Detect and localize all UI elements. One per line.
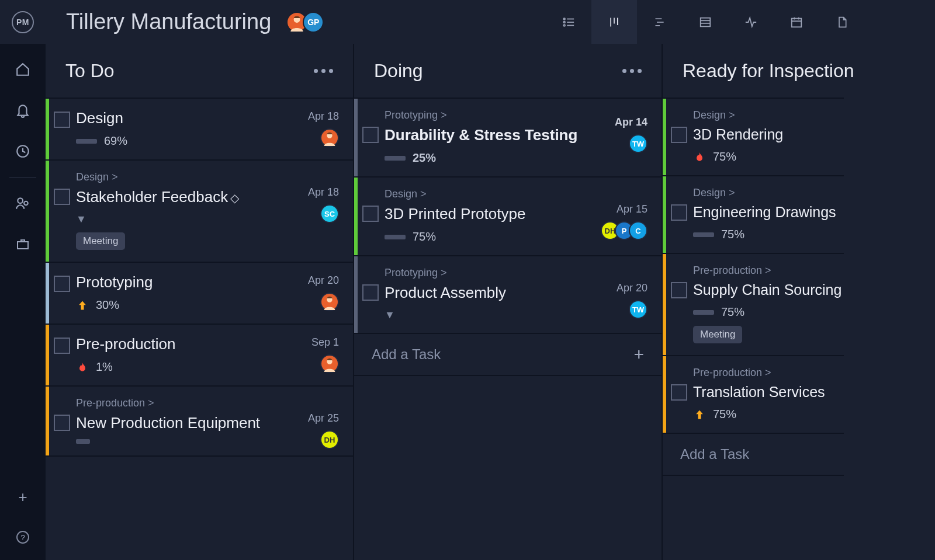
task-title: 3D Rendering: [693, 126, 827, 143]
task-checkbox[interactable]: [54, 415, 70, 431]
task-breadcrumb: Pre-production >: [693, 367, 827, 379]
view-files-icon[interactable]: [819, 0, 865, 44]
portfolio-icon[interactable]: [15, 236, 31, 252]
svg-point-5: [563, 25, 565, 26]
task-date: Apr 25: [308, 412, 339, 425]
add-task-button[interactable]: Add a Task +: [354, 334, 662, 376]
task-card[interactable]: Design > 3D Rendering 75%: [663, 99, 844, 176]
column-menu-icon[interactable]: [622, 69, 642, 73]
avatar-sc[interactable]: SC: [320, 204, 339, 223]
help-icon[interactable]: ?: [16, 531, 29, 544]
task-date: Apr 15: [617, 203, 647, 215]
column-doing: Doing Prototyping > Durability & Stress …: [354, 44, 663, 560]
avatar-dh[interactable]: DH: [320, 430, 339, 449]
task-card[interactable]: Pre-production 1% Sep 1: [46, 325, 353, 387]
svg-point-1: [563, 18, 565, 20]
progress-percent: 75%: [713, 150, 736, 164]
task-breadcrumb: Pre-production >: [693, 265, 827, 277]
task-card[interactable]: Prototyping 30% Apr 20: [46, 263, 353, 325]
task-card[interactable]: Prototyping > Product Assembly ▼ Apr 20 …: [354, 256, 662, 334]
task-tag[interactable]: Meeting: [76, 232, 125, 250]
progress-bar: [693, 232, 714, 237]
view-calendar-icon[interactable]: [774, 0, 819, 44]
task-checkbox[interactable]: [671, 127, 687, 143]
progress-bar: [385, 156, 406, 161]
avatar-tw[interactable]: TW: [629, 134, 647, 153]
progress-percent: 75%: [713, 408, 736, 421]
task-title: Stakeholder Feedback◇: [76, 188, 337, 206]
task-checkbox[interactable]: [671, 384, 687, 401]
progress-percent: 30%: [96, 298, 119, 312]
project-members[interactable]: GP: [286, 12, 324, 33]
task-breadcrumb: Design >: [693, 109, 827, 121]
home-icon[interactable]: [15, 61, 31, 78]
avatar-c[interactable]: C: [629, 221, 647, 240]
task-card[interactable]: Pre-production > Translation Services 75…: [663, 356, 844, 434]
progress-percent: 75%: [413, 230, 436, 244]
task-checkbox[interactable]: [362, 284, 379, 301]
progress-percent: 25%: [413, 151, 436, 165]
avatar-person-icon[interactable]: [320, 293, 339, 311]
task-title: Durability & Stress Testing: [385, 126, 645, 144]
chevron-down-icon[interactable]: ▼: [385, 309, 645, 321]
notifications-icon[interactable]: [15, 102, 31, 119]
task-checkbox[interactable]: [362, 206, 379, 222]
task-date: Apr 18: [308, 186, 339, 199]
app-logo[interactable]: PM: [12, 11, 34, 33]
task-card[interactable]: Design > 3D Printed Prototype 75% Apr 15…: [354, 178, 662, 256]
priority-up-icon: [693, 408, 706, 421]
svg-rect-13: [701, 18, 711, 26]
task-checkbox[interactable]: [671, 282, 687, 298]
task-date: Apr 14: [615, 116, 647, 128]
view-tabs: [546, 0, 935, 44]
column-ready: Ready for Inspection Design > 3D Renderi…: [663, 44, 844, 560]
task-card[interactable]: Pre-production > New Production Equipmen…: [46, 387, 353, 457]
priority-flame-icon: [76, 361, 89, 374]
view-list-icon[interactable]: [546, 0, 591, 44]
view-board-icon[interactable]: [591, 0, 637, 44]
add-task-button[interactable]: Add a Task: [663, 434, 844, 476]
project-title: Tillery Manufacturing: [66, 9, 271, 34]
task-checkbox[interactable]: [54, 189, 70, 205]
task-breadcrumb: Pre-production >: [76, 397, 337, 409]
avatar-person-icon[interactable]: [320, 354, 339, 373]
task-checkbox[interactable]: [54, 338, 70, 354]
task-checkbox[interactable]: [54, 112, 70, 128]
avatar-gp[interactable]: GP: [303, 12, 324, 33]
task-checkbox[interactable]: [671, 204, 687, 221]
chevron-down-icon[interactable]: ▼: [76, 213, 337, 225]
column-todo: To Do Design 69% Apr 18 Desi: [46, 44, 354, 560]
svg-point-21: [18, 198, 23, 203]
view-gantt-icon[interactable]: [637, 0, 683, 44]
task-breadcrumb: Design >: [693, 187, 827, 199]
task-title: Product Assembly: [385, 284, 645, 302]
column-title: To Do: [65, 60, 115, 82]
task-checkbox[interactable]: [54, 276, 70, 292]
sidebar-rail: + ?: [0, 44, 46, 560]
recent-icon[interactable]: [15, 143, 31, 159]
team-icon[interactable]: [15, 195, 31, 211]
task-card[interactable]: Design > Stakeholder Feedback◇ ▼ Meeting…: [46, 161, 353, 263]
task-date: Apr 20: [617, 282, 647, 294]
avatar-person-icon[interactable]: [320, 128, 339, 147]
avatar-tw[interactable]: TW: [629, 300, 647, 319]
view-sheet-icon[interactable]: [683, 0, 728, 44]
progress-bar: [693, 310, 714, 315]
add-project-icon[interactable]: +: [18, 488, 27, 506]
task-tag[interactable]: Meeting: [693, 326, 742, 343]
task-title: Supply Chain Sourcing: [693, 281, 827, 298]
task-breadcrumb: Prototyping >: [385, 109, 645, 121]
column-menu-icon[interactable]: [314, 69, 333, 73]
task-card[interactable]: Design 69% Apr 18: [46, 99, 353, 161]
task-card[interactable]: Pre-production > Supply Chain Sourcing 7…: [663, 254, 844, 356]
task-title: Engineering Drawings: [693, 204, 827, 221]
column-title: Ready for Inspection: [683, 60, 854, 82]
task-title: Translation Services: [693, 384, 827, 401]
task-breadcrumb: Prototyping >: [385, 267, 645, 279]
task-card[interactable]: Prototyping > Durability & Stress Testin…: [354, 99, 662, 178]
progress-percent: 1%: [96, 360, 113, 374]
task-checkbox[interactable]: [362, 127, 379, 143]
view-activity-icon[interactable]: [728, 0, 774, 44]
task-card[interactable]: Design > Engineering Drawings 75%: [663, 176, 844, 254]
progress-bar: [76, 139, 97, 144]
